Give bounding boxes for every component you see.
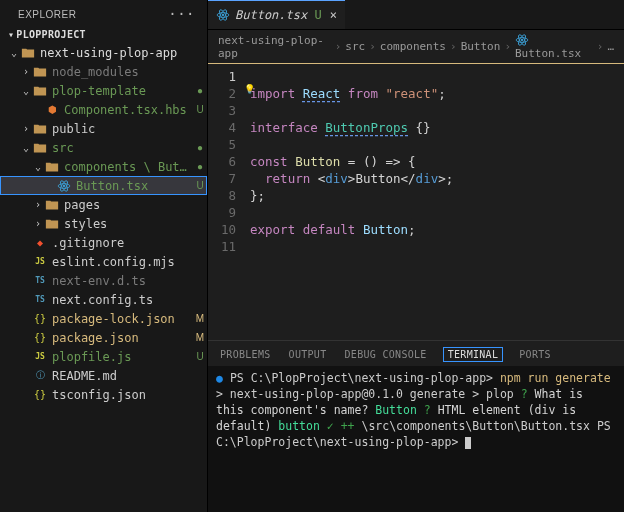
ts-icon: TS — [32, 295, 48, 304]
svg-point-11 — [521, 39, 523, 41]
breadcrumb[interactable]: next-using-plop-app›src›components›Butto… — [208, 30, 624, 63]
svg-point-7 — [222, 14, 224, 16]
json-icon: {} — [32, 313, 48, 324]
tree-item-label: next-env.d.ts — [52, 274, 193, 288]
git-status: ● — [193, 142, 207, 153]
tree-item-label: eslint.config.mjs — [52, 255, 193, 269]
tree-item-pages[interactable]: ›pages — [0, 195, 207, 214]
tree-item-label: next-using-plop-app — [40, 46, 193, 60]
js-icon: JS — [32, 257, 48, 266]
react-icon — [56, 179, 72, 193]
explorer-sidebar: EXPLORER ··· ▾PLOPPROJECT ⌄next-using-pl… — [0, 0, 208, 512]
json-icon: {} — [32, 332, 48, 343]
folder-icon — [44, 198, 60, 212]
more-icon[interactable]: ··· — [168, 6, 195, 22]
tab-button-tsx[interactable]: Button.tsx U × — [208, 0, 345, 29]
folder-icon — [44, 217, 60, 231]
code-body[interactable]: 💡import React from "react"; interface Bu… — [246, 64, 624, 340]
folder-icon — [20, 46, 36, 60]
hbs-icon: ⬢ — [44, 104, 60, 115]
tree-item-next-config-ts[interactable]: TSnext.config.ts — [0, 290, 207, 309]
tree-item-label: Component.tsx.hbs — [64, 103, 193, 117]
panel-tabs: PROBLEMSOUTPUTDEBUG CONSOLETERMINALPORTS — [208, 341, 624, 366]
panel-tab-problems[interactable]: PROBLEMS — [218, 347, 273, 362]
chevron-icon: ⌄ — [20, 142, 32, 153]
ts-icon: TS — [32, 276, 48, 285]
json-icon: {} — [32, 389, 48, 400]
explorer-title: EXPLORER — [18, 9, 76, 20]
tree-item-label: components \ Button — [64, 160, 193, 174]
breadcrumb-item[interactable]: Button.tsx — [515, 33, 593, 60]
explorer-header: EXPLORER ··· — [0, 0, 207, 26]
tree-item-next-using-plop-app[interactable]: ⌄next-using-plop-app — [0, 43, 207, 62]
breadcrumb-item[interactable]: src — [345, 40, 365, 53]
panel: PROBLEMSOUTPUTDEBUG CONSOLETERMINALPORTS… — [208, 340, 624, 512]
md-icon: ⓘ — [32, 369, 48, 382]
dot-icon: ● — [216, 371, 223, 385]
chevron-icon: › — [32, 199, 44, 210]
js-icon: JS — [32, 352, 48, 361]
chevron-icon: › — [20, 66, 32, 77]
git-status: ● — [193, 85, 207, 96]
tree-item-label: src — [52, 141, 193, 155]
tree-item-label: Button.tsx — [76, 179, 193, 193]
chevron-right-icon: › — [369, 40, 376, 53]
panel-tab-debug-console[interactable]: DEBUG CONSOLE — [343, 347, 429, 362]
tree-item-package-json[interactable]: {}package.jsonM — [0, 328, 207, 347]
tree-item-node-modules[interactable]: ›node_modules — [0, 62, 207, 81]
tree-item-label: public — [52, 122, 193, 136]
chevron-icon: › — [32, 218, 44, 229]
lightbulb-icon[interactable]: 💡 — [244, 81, 255, 98]
tree-item-button-tsx[interactable]: Button.tsxU — [0, 176, 207, 195]
git-status: M — [193, 332, 207, 343]
gutter: 1234567891011 — [208, 64, 246, 340]
file-tree: ⌄next-using-plop-app›node_modules⌄plop-t… — [0, 43, 207, 512]
breadcrumb-item[interactable]: Button — [461, 40, 501, 53]
tree-item-src[interactable]: ⌄src● — [0, 138, 207, 157]
tree-item-plop-template[interactable]: ⌄plop-template● — [0, 81, 207, 100]
breadcrumb-item[interactable]: components — [380, 40, 446, 53]
tree-item-label: README.md — [52, 369, 193, 383]
tree-item-label: package-lock.json — [52, 312, 193, 326]
tree-item-label: node_modules — [52, 65, 193, 79]
chevron-right-icon: › — [597, 40, 604, 53]
close-icon[interactable]: × — [330, 8, 337, 22]
git-status: ● — [193, 161, 207, 172]
tree-item--gitignore[interactable]: ◆.gitignore — [0, 233, 207, 252]
chevron-right-icon: › — [335, 40, 342, 53]
tree-item-label: next.config.ts — [52, 293, 193, 307]
tree-item-label: plopfile.js — [52, 350, 193, 364]
git-status: U — [193, 104, 207, 115]
folder-icon — [32, 65, 48, 79]
tree-item-label: .gitignore — [52, 236, 193, 250]
git-status: U — [193, 180, 207, 191]
tree-item-next-env-d-ts[interactable]: TSnext-env.d.ts — [0, 271, 207, 290]
terminal-body[interactable]: ● PS C:\PlopProject\next-using-plop-app>… — [208, 366, 624, 512]
folder-icon — [32, 122, 48, 136]
tree-item-package-lock-json[interactable]: {}package-lock.jsonM — [0, 309, 207, 328]
tree-item-label: plop-template — [52, 84, 193, 98]
tree-item-eslint-config-mjs[interactable]: JSeslint.config.mjs — [0, 252, 207, 271]
folder-icon — [44, 160, 60, 174]
chevron-icon: ⌄ — [32, 161, 44, 172]
tree-item-readme-md[interactable]: ⓘREADME.md — [0, 366, 207, 385]
react-icon — [216, 8, 230, 22]
breadcrumb-item[interactable]: … — [607, 40, 614, 53]
panel-tab-output[interactable]: OUTPUT — [287, 347, 329, 362]
panel-tab-terminal[interactable]: TERMINAL — [443, 347, 504, 362]
tree-item-tsconfig-json[interactable]: {}tsconfig.json — [0, 385, 207, 404]
tree-item-styles[interactable]: ›styles — [0, 214, 207, 233]
chevron-icon: ⌄ — [20, 85, 32, 96]
svg-point-3 — [63, 184, 65, 186]
tree-item-components-button[interactable]: ⌄components \ Button● — [0, 157, 207, 176]
editor[interactable]: 1234567891011 💡import React from "react"… — [208, 63, 624, 340]
tree-item-label: styles — [64, 217, 193, 231]
project-section[interactable]: ▾PLOPPROJECT — [0, 26, 207, 43]
breadcrumb-item[interactable]: next-using-plop-app — [218, 34, 331, 60]
tree-item-public[interactable]: ›public — [0, 119, 207, 138]
git-icon: ◆ — [32, 237, 48, 248]
tree-item-plopfile-js[interactable]: JSplopfile.jsU — [0, 347, 207, 366]
tab-bar: Button.tsx U × — [208, 0, 624, 30]
panel-tab-ports[interactable]: PORTS — [517, 347, 553, 362]
tree-item-component-tsx-hbs[interactable]: ⬢Component.tsx.hbsU — [0, 100, 207, 119]
